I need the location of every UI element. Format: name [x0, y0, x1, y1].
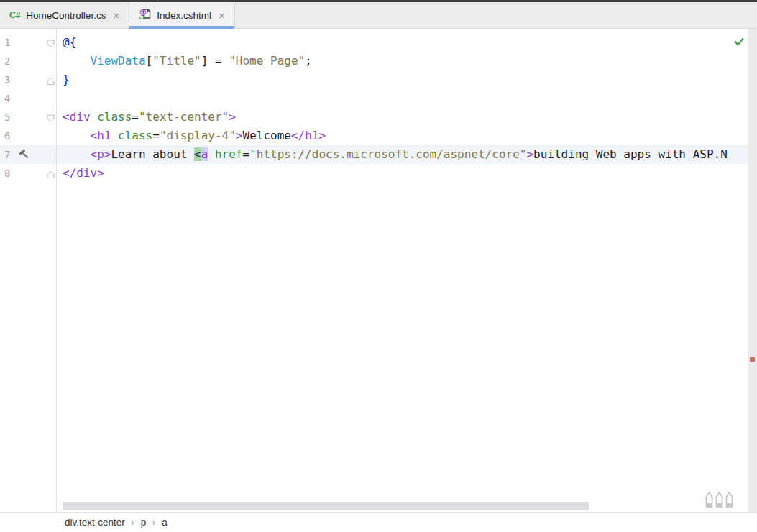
gutter-row: 5 [0, 108, 56, 127]
line-number[interactable]: 3 [4, 74, 10, 86]
code-token: <p> [91, 147, 111, 161]
svg-text:c#: c# [139, 14, 146, 20]
code-token: class [97, 110, 132, 124]
editor-area: 12345678 @{ ViewData["Title"] = "Home Pa… [0, 29, 757, 512]
code-line[interactable]: <div class="text-center"> [57, 108, 748, 127]
hammer-intention-icon[interactable] [19, 149, 30, 163]
fold-down-icon[interactable] [47, 38, 55, 51]
code-token: ; [305, 54, 312, 68]
breadcrumb-separator: › [152, 518, 155, 528]
code-token: </div> [63, 166, 104, 180]
fold-down-icon[interactable] [47, 113, 55, 126]
code-token: ] [201, 54, 208, 68]
horizontal-scrollbar[interactable] [63, 502, 748, 510]
gutter-row: 4 [0, 89, 56, 108]
gutter-row: 6 [0, 127, 56, 145]
code-token: <h1 [91, 129, 111, 142]
line-number[interactable]: 4 [4, 93, 10, 104]
breadcrumb-item[interactable]: a [162, 517, 168, 528]
code-token: ViewData [91, 54, 146, 68]
gutter-row: 3 [0, 70, 56, 89]
code-token: Welcome [243, 129, 291, 142]
close-icon[interactable]: × [219, 10, 225, 21]
code-token: href [215, 147, 243, 161]
code-token: = [152, 129, 160, 142]
code-token [111, 129, 118, 142]
code-token: "text-center" [139, 110, 229, 124]
editor-gutter: 12345678 [0, 29, 57, 512]
no-problems-check-icon [733, 36, 745, 47]
code-token [208, 147, 215, 161]
breadcrumb-separator: › [132, 518, 134, 528]
code-token: [ [146, 54, 153, 68]
code-token: @{ [63, 35, 76, 49]
csharp-file-icon: C# [9, 10, 20, 20]
code-token [63, 129, 91, 142]
line-number[interactable]: 5 [4, 111, 10, 123]
code-line[interactable] [57, 89, 748, 108]
fold-up-icon[interactable] [47, 169, 55, 182]
code-token: = [132, 110, 139, 124]
tab-index-cshtml[interactable]: @ c# Index.cshtml × [129, 2, 235, 28]
line-number[interactable]: 8 [4, 168, 10, 179]
code-token: <div [63, 110, 91, 124]
gutter-row: 7 [0, 145, 56, 164]
gutter-row: 2 [0, 52, 56, 70]
code-line[interactable]: <h1 class="display-4">Welcome</h1> [57, 127, 748, 145]
code-token [91, 110, 98, 124]
tab-homecontroller[interactable]: C# HomeController.cs × [0, 2, 129, 28]
code-token [63, 147, 91, 161]
breadcrumb-item[interactable]: p [141, 517, 147, 528]
close-icon[interactable]: × [113, 10, 119, 21]
breadcrumb-item[interactable]: div.text-center [65, 517, 125, 528]
line-number[interactable]: 2 [4, 55, 10, 67]
breadcrumb: div.text-center›p›a [0, 512, 757, 532]
code-token: > [526, 147, 533, 161]
code-token: "Home Page" [229, 54, 305, 68]
fold-up-icon[interactable] [47, 75, 55, 88]
ide-window: C# HomeController.cs × @ c# Index.cshtml… [0, 0, 757, 532]
gutter-row: 1 [0, 33, 56, 52]
code-token: = [208, 54, 229, 68]
code-token [63, 54, 91, 68]
code-token: > [229, 110, 236, 124]
code-line[interactable]: @{ [57, 33, 748, 52]
analysis-marker [750, 357, 755, 362]
code-token: </h1> [291, 129, 326, 142]
line-number[interactable]: 1 [4, 37, 10, 48]
code-token: } [63, 73, 70, 86]
code-token: building Web apps with ASP.N [533, 147, 728, 161]
horizontal-scrollbar-thumb[interactable] [63, 502, 589, 510]
gutter-row: 8 [0, 164, 56, 183]
code-line[interactable]: </div> [57, 164, 748, 183]
code-token: "https://docs.microsoft.com/aspnet/core" [249, 147, 526, 161]
code-token: Learn about [111, 147, 194, 161]
code-token: < [194, 147, 201, 161]
code-token: a [201, 147, 208, 161]
tab-label: Index.cshtml [157, 10, 211, 21]
line-number[interactable]: 6 [4, 130, 10, 142]
cshtml-file-icon: @ c# [139, 8, 151, 22]
tab-label: HomeController.cs [26, 10, 106, 21]
code-token: class [118, 129, 152, 142]
code-token: > [236, 129, 243, 142]
three-pencils-icon [705, 490, 734, 511]
code-line[interactable]: ViewData["Title"] = "Home Page"; [57, 52, 748, 70]
analysis-stripe[interactable] [748, 29, 757, 512]
line-number[interactable]: 7 [4, 149, 10, 160]
editor-tab-bar: C# HomeController.cs × @ c# Index.cshtml… [0, 2, 757, 29]
code-editor[interactable]: @{ ViewData["Title"] = "Home Page";}<div… [57, 29, 748, 512]
code-token: = [242, 147, 249, 161]
code-token: "display-4" [160, 129, 236, 142]
inspection-status-widget[interactable] [731, 34, 747, 50]
code-line[interactable]: <p>Learn about <a href="https://docs.mic… [57, 145, 748, 164]
code-token: "Title" [152, 54, 201, 68]
code-line[interactable]: } [57, 70, 748, 89]
